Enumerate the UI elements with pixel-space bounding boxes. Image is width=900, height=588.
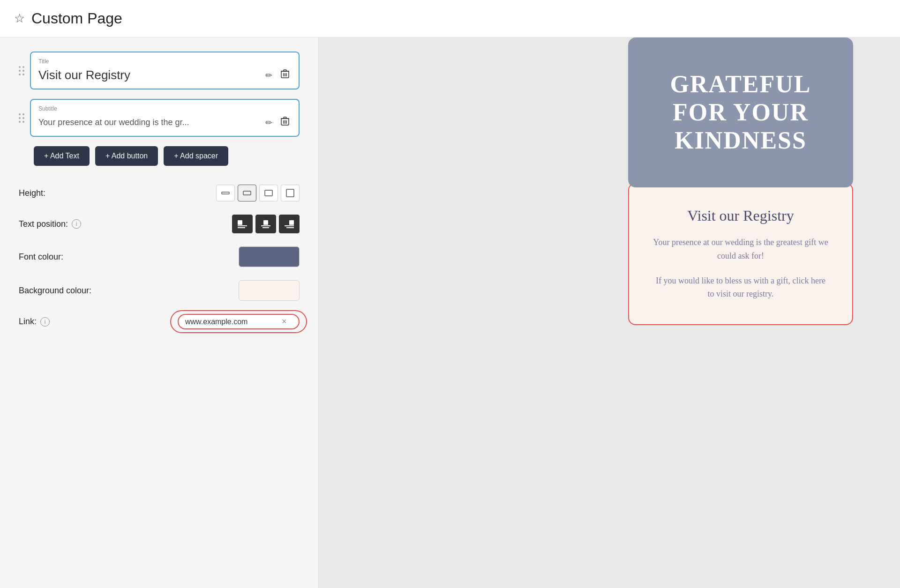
subtitle-edit-button[interactable]: ✏: [263, 116, 274, 130]
preview-card-registry: Visit our Registry Your presence at our …: [628, 183, 853, 325]
background-colour-label: Background colour:: [19, 286, 91, 296]
height-md-button[interactable]: [259, 185, 278, 201]
text-position-info-icon[interactable]: i: [72, 219, 81, 229]
link-info-icon[interactable]: i: [40, 317, 50, 327]
svg-rect-14: [265, 190, 272, 196]
background-colour-setting-row: Background colour:: [19, 280, 300, 301]
subtitle-value: Your presence at our wedding is the gr..…: [38, 118, 189, 127]
subtitle-block: Subtitle Your presence at our wedding is…: [30, 99, 300, 137]
svg-rect-22: [289, 220, 294, 225]
subtitle-label: Subtitle: [38, 105, 291, 112]
settings-section: Height:: [19, 185, 300, 329]
star-icon[interactable]: ☆: [14, 11, 25, 26]
preview-card-grateful: GRATEFULFOR YOURKINDNESS: [628, 37, 853, 187]
add-button-button[interactable]: + Add button: [95, 146, 158, 166]
registry-preview-text1: Your presence at our wedding is the grea…: [652, 236, 829, 263]
link-input-wrapper: ×: [178, 314, 300, 329]
subtitle-drag-handle[interactable]: [19, 113, 24, 123]
subtitle-actions: ✏: [263, 115, 291, 130]
add-text-button[interactable]: + Add Text: [34, 146, 90, 166]
svg-rect-19: [263, 220, 268, 225]
text-position-setting-row: Text position: i: [19, 215, 300, 233]
text-position-label: Text position: i: [19, 219, 81, 229]
background-colour-swatch[interactable]: [239, 280, 300, 301]
registry-preview-title: Visit our Registry: [652, 207, 829, 224]
height-lg-button[interactable]: [281, 185, 300, 201]
title-label: Title: [38, 58, 291, 65]
svg-rect-15: [286, 189, 294, 197]
svg-rect-12: [222, 192, 229, 194]
height-setting-row: Height:: [19, 185, 300, 201]
add-buttons-row: + Add Text + Add button + Add spacer: [19, 146, 300, 166]
height-xs-button[interactable]: [216, 185, 235, 201]
add-spacer-button[interactable]: + Add spacer: [164, 146, 228, 166]
link-clear-button[interactable]: ×: [282, 317, 287, 327]
title-block: Title Visit our Registry ✏: [30, 52, 300, 89]
title-block-row: Title Visit our Registry ✏: [19, 52, 300, 89]
subtitle-block-row: Subtitle Your presence at our wedding is…: [19, 99, 300, 137]
title-actions: ✏: [263, 67, 291, 83]
registry-preview-text2: If you would like to bless us with a gif…: [652, 274, 829, 301]
title-delete-button[interactable]: [279, 67, 291, 83]
title-drag-handle[interactable]: [19, 66, 24, 75]
right-panel: GRATEFULFOR YOURKINDNESS Visit our Regis…: [319, 37, 900, 588]
font-colour-label: Font colour:: [19, 252, 63, 262]
svg-rect-11: [284, 117, 286, 119]
link-label: Link: i: [19, 317, 50, 327]
title-edit-button[interactable]: ✏: [263, 68, 274, 82]
text-pos-left-button[interactable]: [232, 215, 253, 233]
link-input-container: ×: [178, 314, 300, 329]
left-panel: Title Visit our Registry ✏: [0, 37, 319, 588]
text-pos-right-button[interactable]: [279, 215, 300, 233]
height-sm-button[interactable]: [238, 185, 256, 201]
font-colour-setting-row: Font colour:: [19, 246, 300, 267]
title-content: Visit our Registry ✏: [38, 67, 291, 83]
title-value: Visit our Registry: [38, 68, 130, 82]
svg-rect-13: [243, 191, 251, 195]
font-colour-swatch[interactable]: [239, 246, 300, 267]
subtitle-delete-button[interactable]: [279, 115, 291, 130]
link-input[interactable]: [185, 318, 279, 326]
page-title: Custom Page: [31, 10, 122, 27]
svg-rect-16: [238, 220, 242, 225]
height-controls: [216, 185, 300, 201]
svg-rect-5: [284, 70, 286, 71]
text-pos-center-button[interactable]: [255, 215, 276, 233]
grateful-text: GRATEFULFOR YOURKINDNESS: [670, 70, 811, 154]
height-label: Height:: [19, 188, 45, 198]
text-position-controls: [232, 215, 300, 233]
link-setting-row: Link: i ×: [19, 314, 300, 329]
subtitle-content: Your presence at our wedding is the gr..…: [38, 115, 291, 130]
header: ☆ Custom Page: [0, 0, 900, 37]
main-layout: Title Visit our Registry ✏: [0, 37, 900, 588]
